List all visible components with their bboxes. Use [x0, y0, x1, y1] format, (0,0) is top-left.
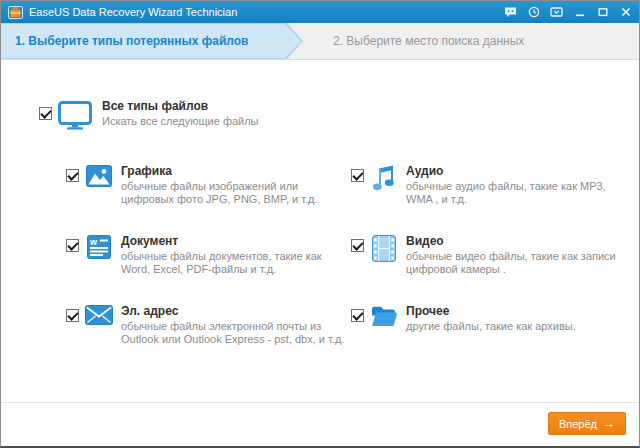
file-type-grid: Графика обычные файлы изображений или ци…: [66, 164, 626, 347]
all-file-types-row: Все типы файлов Искать все следующие фай…: [39, 99, 259, 130]
document-checkbox[interactable]: [66, 239, 79, 252]
file-type-graphics: Графика обычные файлы изображений или ци…: [66, 164, 351, 207]
minimize-to-tray-icon[interactable]: [550, 6, 563, 19]
history-clock-icon[interactable]: [527, 6, 540, 19]
monitor-icon: [58, 101, 92, 130]
film-icon: [370, 235, 398, 262]
footer-bar: Вперёд →: [1, 402, 639, 446]
video-checkbox[interactable]: [351, 239, 364, 252]
music-note-icon: [370, 165, 398, 191]
image-icon: [85, 165, 113, 187]
title-bar: EaseUS Data Recovery Wizard Technician: [1, 1, 639, 23]
window-title: EaseUS Data Recovery Wizard Technician: [29, 6, 237, 18]
folder-icon: [370, 305, 398, 327]
wizard-steps-header: 1. Выберите типы потерянных файлов 2. Вы…: [1, 23, 639, 60]
all-types-description: Искать все следующие файлы: [102, 115, 259, 128]
document-icon: w: [85, 235, 113, 259]
next-button[interactable]: Вперёд →: [548, 412, 626, 435]
step-1-label: 1. Выберите типы потерянных файлов: [15, 23, 249, 59]
arrow-right-icon: →: [602, 417, 615, 430]
file-type-other: Прочее другие файлы, такие как архивы.: [351, 304, 626, 347]
file-type-video: Видео обычные видео файлы, такие как зап…: [351, 234, 626, 277]
file-type-audio: Аудио обычные аудио файлы, такие как MP3…: [351, 164, 626, 207]
close-button[interactable]: [619, 6, 632, 19]
next-button-label: Вперёд: [559, 418, 597, 430]
all-types-checkbox[interactable]: [39, 107, 52, 120]
other-checkbox[interactable]: [351, 309, 364, 322]
audio-checkbox[interactable]: [351, 169, 364, 182]
feedback-chat-icon[interactable]: [504, 6, 517, 19]
envelope-icon: [85, 305, 113, 325]
app-logo-icon: [8, 6, 23, 19]
app-window: EaseUS Data Recovery Wizard Technician: [0, 0, 640, 448]
file-type-document: w Документ обычные файлы документов, так…: [66, 234, 351, 277]
step-2-label: 2. Выберите место поиска данных: [333, 23, 524, 59]
file-type-email: Эл. адрес обычные файлы электронной почт…: [66, 304, 351, 347]
all-types-title: Все типы файлов: [102, 99, 259, 113]
graphics-checkbox[interactable]: [66, 169, 79, 182]
minimize-button[interactable]: [573, 6, 586, 19]
maximize-button[interactable]: [596, 6, 609, 19]
email-checkbox[interactable]: [66, 309, 79, 322]
svg-text:w: w: [89, 237, 98, 247]
